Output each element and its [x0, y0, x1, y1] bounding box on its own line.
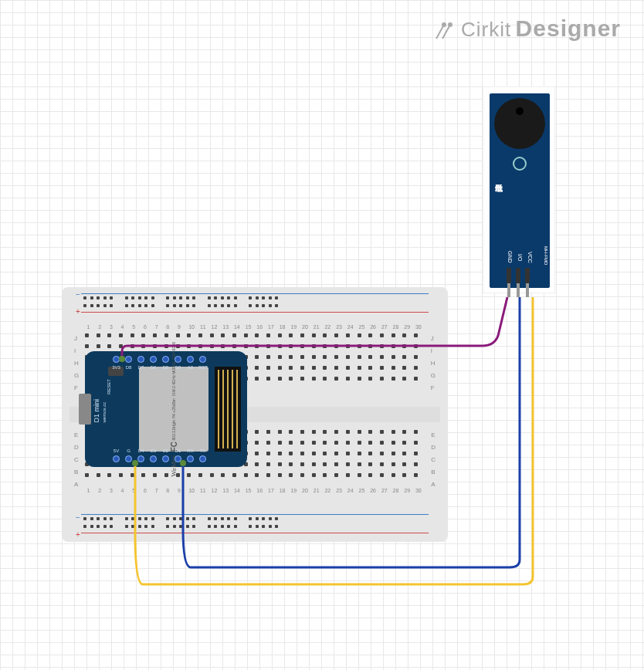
row-nums-bot: 1234567891011121314151617181920212223242… [86, 488, 419, 493]
pins-top [113, 356, 206, 363]
chip-std: 802.11b/g/n [171, 420, 176, 440]
col-labels-bot-r: EDCBA [431, 431, 436, 488]
chip-pa: PA +25dBm [171, 398, 176, 418]
buzzer-pcb: 低电平触发 MH-FMD GND I/O VCC [490, 93, 550, 288]
svg-point-3 [449, 23, 452, 26]
antenna [215, 367, 241, 452]
reset-label: RESET [107, 379, 111, 394]
bus-holes [83, 525, 283, 528]
buzzer-module[interactable]: 低电平触发 MH-FMD GND I/O VCC [483, 86, 555, 293]
minus-sign: − [76, 290, 80, 299]
pin-labels-bot: 5VGD4D3D2D1RXTX [112, 448, 207, 453]
plus-sign: + [76, 530, 80, 539]
bus-holes [83, 517, 283, 520]
minus-sign: − [76, 513, 80, 522]
usb-port [79, 394, 91, 425]
buzzer-side-label: MH-FMD [544, 246, 548, 265]
pins-bot [113, 455, 206, 462]
mount-hole [513, 157, 527, 171]
brand-text-1: Cirkit [461, 18, 511, 41]
row-nums-top: 1234567891011121314151617181920212223242… [86, 324, 419, 330]
pin-labels-top: 3V3D8D7D6D5D0A0RST [112, 365, 207, 370]
board-name: D1 mini wemos.cc [93, 399, 108, 423]
bus-strip-bot [77, 514, 432, 536]
brand-watermark: Cirkit Designer [433, 15, 621, 45]
esp-chip: MODEL ESP-8266 ISM 2.4GHz PA +25dBm 802.… [139, 367, 208, 452]
plus-sign: + [76, 307, 80, 316]
svg-point-2 [442, 23, 446, 26]
bus-holes [83, 304, 283, 307]
wemos-d1-mini[interactable]: RESET MODEL ESP-8266 ISM 2.4GHz PA +25dB… [85, 351, 247, 467]
col-labels-top-l: JIHGF [74, 335, 79, 391]
bus-strip-top [77, 293, 432, 315]
brand-icon [433, 22, 453, 45]
col-labels-bot-l: EDCBA [74, 431, 79, 488]
brand-text-2: Designer [516, 15, 621, 41]
buzzer-pin-labels: GND I/O VCC [505, 251, 533, 263]
buzzer-pins [507, 268, 530, 283]
buzzer-disc [494, 98, 545, 149]
col-labels-top-r: JIHGF [431, 335, 436, 391]
bus-holes [83, 296, 283, 299]
chip-ism: ISM 2.4GHz [171, 375, 176, 396]
